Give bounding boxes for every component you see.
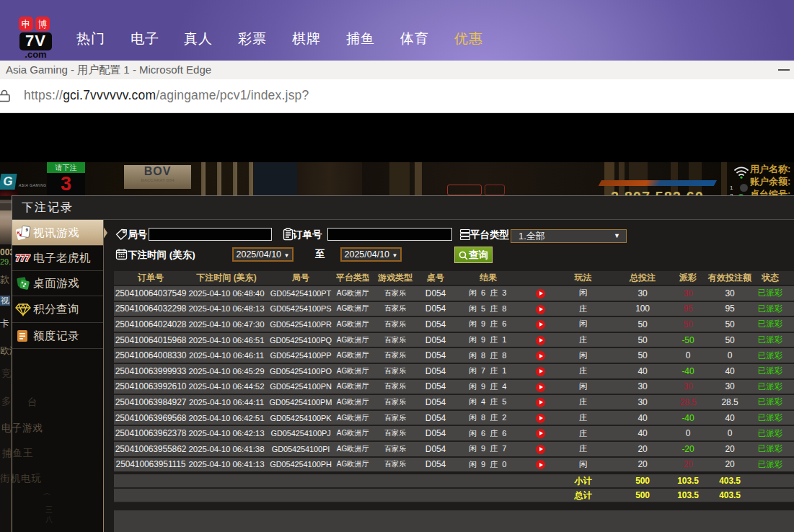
svg-text:777: 777: [15, 253, 31, 263]
